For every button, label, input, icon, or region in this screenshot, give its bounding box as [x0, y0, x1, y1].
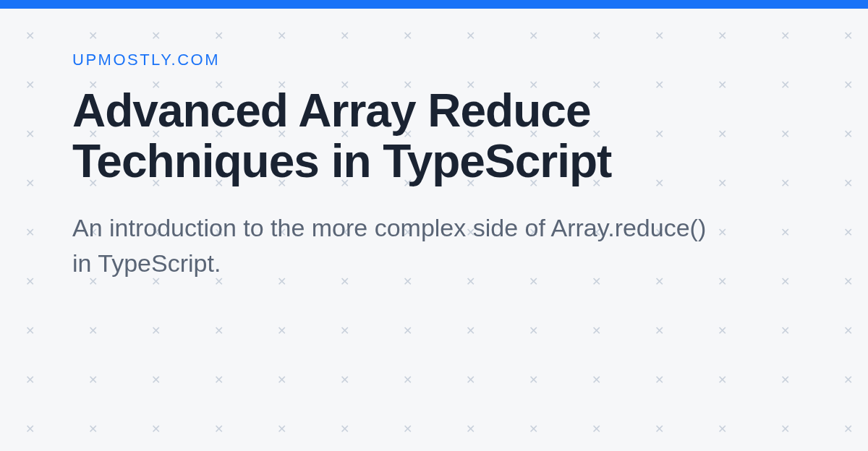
content-container: UPMOSTLY.COM Advanced Array Reduce Techn… — [0, 0, 868, 281]
top-accent-bar — [0, 0, 868, 9]
article-subtitle: An introduction to the more complex side… — [72, 210, 723, 282]
article-title: Advanced Array Reduce Techniques in Type… — [72, 85, 796, 187]
site-name-label: UPMOSTLY.COM — [72, 51, 796, 69]
